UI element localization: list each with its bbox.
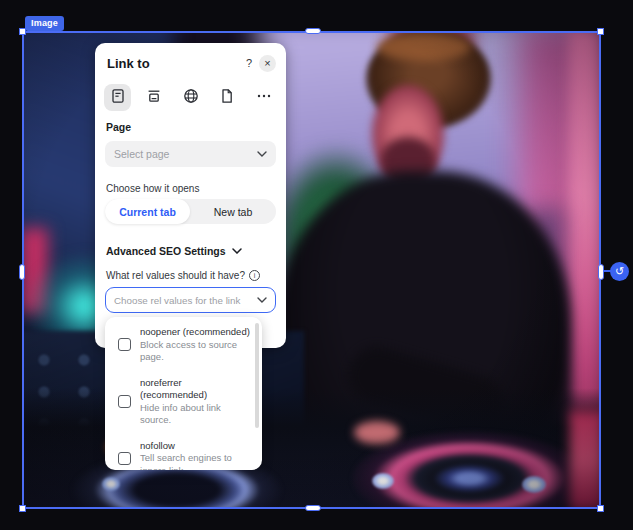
advanced-seo-toggle[interactable]: Advanced SEO Settings bbox=[106, 245, 242, 257]
opens-label: Choose how it opens bbox=[106, 183, 199, 194]
close-icon[interactable]: × bbox=[259, 55, 276, 72]
resize-handle-bottom-left[interactable] bbox=[19, 505, 26, 512]
open-mode-segmented-control: Current tab New tab bbox=[105, 199, 276, 224]
advanced-seo-label: Advanced SEO Settings bbox=[106, 245, 226, 257]
stretch-icon: ↺ bbox=[615, 265, 624, 277]
rel-option-title: noreferrer (recommended) bbox=[140, 377, 250, 402]
chevron-down-icon bbox=[232, 248, 242, 254]
resize-handle-middle-left[interactable] bbox=[19, 264, 25, 280]
link-type-anchor-button[interactable] bbox=[141, 84, 168, 111]
nofollow-checkbox[interactable] bbox=[118, 452, 131, 465]
stretch-handle-bar[interactable] bbox=[598, 264, 604, 280]
chevron-down-icon bbox=[257, 151, 267, 157]
resize-handle-bottom-right[interactable] bbox=[597, 505, 604, 512]
resize-handle-bottom-center[interactable] bbox=[305, 505, 321, 511]
document-icon bbox=[218, 87, 236, 109]
rel-option-description: Hide info about link source. bbox=[140, 402, 250, 427]
link-type-web-button[interactable] bbox=[177, 84, 204, 111]
link-type-more-button[interactable] bbox=[250, 84, 277, 111]
rel-option-noreferrer[interactable]: noreferrer (recommended) Hide info about… bbox=[105, 377, 262, 427]
info-icon[interactable]: i bbox=[249, 270, 260, 281]
link-type-page-button[interactable] bbox=[104, 84, 131, 111]
rel-option-description: Block access to source page. bbox=[140, 339, 250, 364]
help-icon[interactable]: ? bbox=[246, 57, 252, 69]
rel-option-noopener[interactable]: noopener (recommended) Block access to s… bbox=[105, 326, 262, 364]
rel-values-dropdown[interactable]: Choose rel values for the link bbox=[105, 287, 276, 313]
rel-option-title: nofollow bbox=[140, 440, 250, 453]
anchor-icon bbox=[145, 87, 163, 109]
noopener-checkbox[interactable] bbox=[118, 338, 131, 351]
page-icon bbox=[109, 87, 127, 109]
more-icon bbox=[255, 87, 273, 109]
resize-handle-top-right[interactable] bbox=[597, 28, 604, 35]
editor-canvas: ↺ Image Link to ? × bbox=[0, 0, 633, 530]
stretch-button[interactable]: ↺ bbox=[610, 262, 629, 281]
page-section-label: Page bbox=[106, 121, 131, 133]
rel-values-placeholder: Choose rel values for the link bbox=[114, 295, 240, 306]
dropdown-scrollbar[interactable] bbox=[255, 323, 259, 428]
web-address-icon bbox=[182, 87, 200, 109]
link-to-dialog: Link to ? × bbox=[95, 43, 286, 348]
dialog-header: Link to ? × bbox=[107, 53, 276, 73]
rel-question-row: What rel values should it have? i bbox=[106, 270, 260, 281]
tab-new-tab[interactable]: New tab bbox=[190, 206, 276, 218]
rel-option-nofollow[interactable]: nofollow Tell search engines to ignore l… bbox=[105, 440, 262, 471]
noreferrer-checkbox[interactable] bbox=[118, 395, 131, 408]
rel-option-title: noopener (recommended) bbox=[140, 326, 250, 339]
tab-current-tab[interactable]: Current tab bbox=[105, 199, 190, 224]
element-type-badge: Image bbox=[25, 16, 64, 31]
rel-option-description: Tell search engines to ignore link. bbox=[140, 452, 250, 470]
select-page-placeholder: Select page bbox=[114, 148, 169, 160]
link-type-document-button[interactable] bbox=[214, 84, 241, 111]
select-page-dropdown[interactable]: Select page bbox=[105, 141, 276, 167]
rel-values-dropdown-panel: noopener (recommended) Block access to s… bbox=[105, 317, 262, 470]
chevron-down-icon bbox=[257, 297, 267, 303]
resize-handle-top-center[interactable] bbox=[305, 28, 321, 34]
link-type-row bbox=[104, 84, 277, 111]
rel-question-label: What rel values should it have? bbox=[106, 270, 245, 281]
dialog-title: Link to bbox=[107, 56, 150, 71]
